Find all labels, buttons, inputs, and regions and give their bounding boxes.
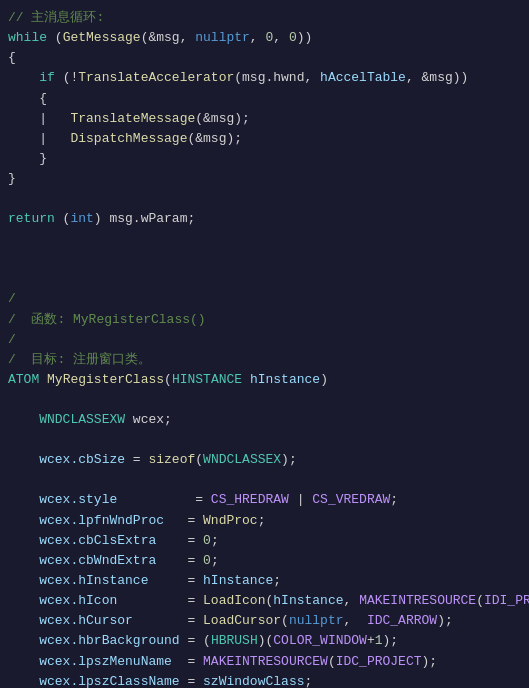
type-hinstance: HINSTANCE	[172, 370, 242, 390]
plain-43: +	[367, 631, 375, 651]
plain-10: (&msg);	[187, 129, 242, 149]
code-line-func-decl: ATOM MyRegisterClass ( HINSTANCE hInstan…	[0, 370, 529, 390]
plain-32: =	[117, 591, 203, 611]
param-hinstance3: hInstance	[273, 591, 343, 611]
code-line-wndclass: WNDCLASSEXW wcex;	[0, 410, 529, 430]
plain-26: =	[156, 531, 203, 551]
keyword-while: while	[8, 28, 47, 48]
plain-47: );	[422, 652, 438, 672]
kw-return-1: return	[8, 209, 55, 229]
plain-39: ,	[344, 611, 367, 631]
indent-wnd2	[8, 551, 39, 571]
empty-line-4	[0, 269, 529, 289]
comment-target: / 目标: 注册窗口类。	[8, 350, 151, 370]
indent-cb	[8, 450, 39, 470]
plain-28: =	[156, 551, 203, 571]
plain-3: ,	[250, 28, 266, 48]
code-line-3: {	[0, 48, 529, 68]
func-sizeof: sizeof	[148, 450, 195, 470]
code-line-6: | TranslateMessage (&msg);	[0, 109, 529, 129]
indent-8a: |	[8, 109, 70, 129]
member-cbclsextra: wcex.cbClsExtra	[39, 531, 156, 551]
func-loadcursor: LoadCursor	[203, 611, 281, 631]
indent-lpfn	[8, 511, 39, 531]
type-hbrush: HBRUSH	[211, 631, 258, 651]
indent-lpszclass	[8, 672, 39, 688]
empty-line-1	[0, 189, 529, 209]
code-line-cbwndextra: wcex.cbWndExtra = 0 ;	[0, 551, 529, 571]
brace-close-1: }	[8, 169, 16, 189]
code-line-lpszclass: wcex.lpszClassName = szWindowClass ;	[0, 672, 529, 688]
code-line-lpfnwndproc: wcex.lpfnWndProc = WndProc ;	[0, 511, 529, 531]
indent-lpszmenu	[8, 652, 39, 672]
plain-42: )(	[258, 631, 274, 651]
macro-color-window: COLOR_WINDOW	[273, 631, 367, 651]
member-cbsize: wcex.cbSize	[39, 450, 125, 470]
plain-11: (	[55, 209, 71, 229]
param-hinstance2: hInstance	[203, 571, 273, 591]
member-lpszmenuname: wcex.lpszMenuName	[39, 652, 172, 672]
comment-slash1: /	[8, 289, 16, 309]
plain-25: ;	[258, 511, 266, 531]
num-0b: 0	[289, 28, 297, 48]
plain-1: (	[47, 28, 63, 48]
macro-makeintresourcew1: MAKEINTRESOURCEW	[203, 652, 328, 672]
member-hbrbackground: wcex.hbrBackground	[39, 631, 179, 651]
code-line-2: while ( GetMessage (&msg, nullptr , 0 , …	[0, 28, 529, 48]
macro-idi-project: IDI_PROJECT	[484, 591, 529, 611]
code-line-hbr: wcex.hbrBackground = ( HBRUSH )( COLOR_W…	[0, 631, 529, 651]
indent-hcur	[8, 611, 39, 631]
plain-2: (&msg,	[141, 28, 196, 48]
plain-31: ;	[273, 571, 281, 591]
plain-38: (	[281, 611, 289, 631]
code-line-8: }	[0, 149, 529, 169]
plain-24: =	[164, 511, 203, 531]
type-wndclassex: WNDCLASSEX	[203, 450, 281, 470]
plain-18: =	[125, 450, 148, 470]
indent-hbr	[8, 631, 39, 651]
plain-37: =	[133, 611, 203, 631]
plain-7: (msg.hwnd,	[234, 68, 320, 88]
indent-wnd	[8, 410, 39, 430]
indent-hi	[8, 571, 39, 591]
plain-45: =	[172, 652, 203, 672]
code-line-hcursor: wcex.hCursor = LoadCursor ( nullptr , ID…	[0, 611, 529, 631]
plain-33: (	[265, 591, 273, 611]
code-editor: // 主消息循环: while ( GetMessage (&msg, null…	[0, 0, 529, 688]
member-lpfnwndproc: wcex.lpfnWndProc	[39, 511, 164, 531]
comment-func: / 函数: MyRegisterClass()	[8, 310, 206, 330]
kw-nullptr: nullptr	[195, 28, 250, 48]
param-szwindowclass: szWindowClass	[203, 672, 304, 688]
plain-30: =	[148, 571, 203, 591]
code-line-4: if (! TranslateAccelerator (msg.hwnd, hA…	[0, 68, 529, 88]
plain-12: ) msg.wParam;	[94, 209, 195, 229]
plain-17: wcex;	[125, 410, 172, 430]
func-myregisterclass: MyRegisterClass	[47, 370, 164, 390]
macro-idc-project: IDC_PROJECT	[336, 652, 422, 672]
empty-line-7	[0, 470, 529, 490]
code-line-comment-4: / 目标: 注册窗口类。	[0, 350, 529, 370]
brace-open-1: {	[8, 48, 16, 68]
plain-22: |	[289, 490, 312, 510]
code-line-hinstance: wcex.hInstance = hInstance ;	[0, 571, 529, 591]
indent-style	[8, 490, 39, 510]
plain-5: ))	[297, 28, 313, 48]
plain-6: (!	[55, 68, 78, 88]
plain-27: ;	[211, 531, 219, 551]
param-hinstance: hInstance	[250, 370, 320, 390]
plain-23: ;	[390, 490, 398, 510]
indent-4a	[8, 68, 39, 88]
plain-46: (	[328, 652, 336, 672]
indent-hicon	[8, 591, 39, 611]
code-line-1: // 主消息循环:	[0, 8, 529, 28]
code-line-7: | DispatchMessage (&msg);	[0, 129, 529, 149]
param-haccel: hAccelTable	[320, 68, 406, 88]
empty-line-2	[0, 229, 529, 249]
code-line-cbsize: wcex.cbSize = sizeof ( WNDCLASSEX );	[0, 450, 529, 470]
member-hicon: wcex.hIcon	[39, 591, 117, 611]
num-0d: 0	[203, 551, 211, 571]
plain-8: , &msg))	[406, 68, 468, 88]
plain-34: ,	[344, 591, 360, 611]
code-line-comment-2: / 函数: MyRegisterClass()	[0, 310, 529, 330]
comment-slash2: /	[8, 330, 16, 350]
